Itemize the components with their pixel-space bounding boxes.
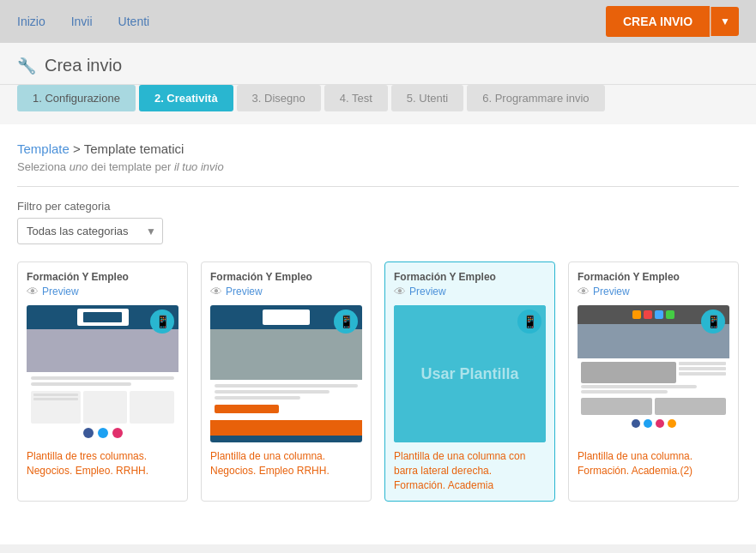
mobile-badge-2: 📱 xyxy=(334,310,358,334)
template-category-3: Formación Y Empleo xyxy=(394,271,546,283)
mobile-badge-4: 📱 xyxy=(701,310,725,334)
eye-icon-1: 👁 xyxy=(27,285,39,298)
nav-link-invii[interactable]: Invii xyxy=(71,15,93,28)
preview-text-1[interactable]: Preview xyxy=(42,286,79,298)
template-card-1[interactable]: Formación Y Empleo 👁 Preview 📱 xyxy=(17,261,188,502)
wrench-icon: 🔧 xyxy=(17,57,36,75)
template-desc-1: Plantilla de tres columnas. Negocios. Em… xyxy=(27,449,178,478)
preview-text-3[interactable]: Preview xyxy=(409,286,446,298)
nav-link-utenti[interactable]: Utenti xyxy=(118,15,150,28)
template-card-3[interactable]: Formación Y Empleo 👁 Preview 📱 Usar Plan… xyxy=(384,261,555,502)
step-test[interactable]: 4. Test xyxy=(324,85,388,111)
template-desc-2: Plantilla de una columna. Negocios. Empl… xyxy=(210,449,362,478)
step-configurazione[interactable]: 1. Configurazione xyxy=(17,85,136,111)
template-thumb-4: 📱 xyxy=(578,305,729,442)
template-category-2: Formación Y Empleo xyxy=(210,271,362,283)
crea-invio-dropdown-button[interactable]: ▼ xyxy=(711,7,739,36)
breadcrumb: Template > Template tematici xyxy=(17,141,739,156)
step-programmare-invio[interactable]: 6. Programmare invio xyxy=(467,85,604,111)
page-subtitle: Seleziona uno dei template per il tuo in… xyxy=(17,160,739,173)
template-desc-3: Plantilla de una columna con barra later… xyxy=(394,449,546,492)
nav-right: CREA INVIO ▼ xyxy=(606,6,739,37)
template-thumb-2: 📱 xyxy=(210,305,362,442)
breadcrumb-separator: > xyxy=(73,141,84,156)
page-title: Crea invio xyxy=(45,56,122,75)
stepper: 1. Configurazione 2. Creatività 3. Diseg… xyxy=(0,85,756,124)
nav-links: Inizio Invii Utenti xyxy=(17,15,149,28)
filter-select-wrapper: Todas las categorias Formación Y Empleo … xyxy=(17,218,163,244)
breadcrumb-current: Template tematici xyxy=(84,141,184,156)
divider xyxy=(17,186,739,187)
template-thumb-3: 📱 Usar Plantilla xyxy=(394,305,546,442)
step-creativita[interactable]: 2. Creatività xyxy=(139,85,233,111)
preview-link-2: 👁 Preview xyxy=(210,285,362,298)
eye-icon-2: 👁 xyxy=(210,285,222,298)
template-category-4: Formación Y Empleo xyxy=(578,271,729,283)
top-navigation: Inizio Invii Utenti CREA INVIO ▼ xyxy=(0,0,756,43)
preview-text-4[interactable]: Preview xyxy=(593,286,630,298)
eye-icon-3: 👁 xyxy=(394,285,406,298)
step-utenti[interactable]: 5. Utenti xyxy=(391,85,463,111)
breadcrumb-parent[interactable]: Template xyxy=(17,141,70,156)
nav-link-inizio[interactable]: Inizio xyxy=(17,15,45,28)
step-disegno[interactable]: 3. Disegno xyxy=(237,85,321,111)
main-content: Template > Template tematici Seleziona u… xyxy=(0,124,756,544)
crea-invio-button[interactable]: CREA INVIO xyxy=(606,6,710,37)
filter-label: Filtro per categoria xyxy=(17,200,739,213)
template-desc-4: Plantilla de una columna. Formación. Aca… xyxy=(578,449,729,478)
preview-text-2[interactable]: Preview xyxy=(226,286,263,298)
mobile-badge-1: 📱 xyxy=(150,310,174,334)
preview-link-4: 👁 Preview xyxy=(578,285,729,298)
preview-link-1: 👁 Preview xyxy=(27,285,178,298)
template-category-1: Formación Y Empleo xyxy=(27,271,178,283)
page-header: 🔧 Crea invio xyxy=(0,43,756,85)
eye-icon-4: 👁 xyxy=(578,285,590,298)
preview-link-3: 👁 Preview xyxy=(394,285,546,298)
template-card-2[interactable]: Formación Y Empleo 👁 Preview 📱 xyxy=(201,261,372,502)
template-thumb-1: 📱 xyxy=(27,305,178,442)
template-grid: Formación Y Empleo 👁 Preview 📱 xyxy=(17,261,739,502)
mobile-badge-3: 📱 xyxy=(517,310,541,334)
category-filter-select[interactable]: Todas las categorias Formación Y Empleo … xyxy=(17,218,163,244)
template-card-4[interactable]: Formación Y Empleo 👁 Preview 📱 xyxy=(568,261,739,502)
